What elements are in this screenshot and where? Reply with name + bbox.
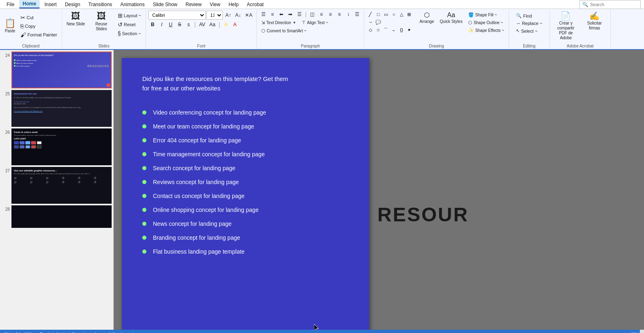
menu-acrobat[interactable]: Acrobat xyxy=(244,1,267,8)
shape-roundrect-icon[interactable]: ▭ xyxy=(382,11,390,18)
justify-button[interactable]: ≡ xyxy=(335,11,343,18)
increase-font-button[interactable]: A↑ xyxy=(224,11,233,19)
layout-button[interactable]: ⊞ Layout ~ xyxy=(116,11,144,20)
find-button[interactable]: 🔍 Find xyxy=(514,12,534,19)
slide-item-26[interactable]: 26 Fonts & colors used This presentation… xyxy=(2,128,112,165)
ribbon-group-acrobat: 📄 Crear y compartir PDF de Adobe ✍ Solic… xyxy=(550,10,611,49)
copy-button[interactable]: ⎘ Copy xyxy=(18,22,59,30)
shape-eq-icon[interactable]: {} xyxy=(398,26,405,34)
shape-heart-icon[interactable]: ◇ xyxy=(367,26,374,34)
line-spacing-button[interactable]: ↕ xyxy=(344,11,352,18)
shape-arrow-icon[interactable]: → xyxy=(367,18,374,26)
find-icon: 🔍 xyxy=(516,13,522,18)
convert-smartart-icon: ⬡ xyxy=(261,28,265,34)
align-right-button[interactable]: ≡ xyxy=(326,11,334,18)
align-center-button[interactable]: ≡ xyxy=(317,11,325,18)
slide-thumb-25[interactable]: Instructions for use In order to use thi… xyxy=(11,90,112,127)
slide-item-25[interactable]: 25 Instructions for use In order to use … xyxy=(2,90,112,127)
para-options-button[interactable]: ☰ xyxy=(353,11,361,18)
shadow-button[interactable]: s xyxy=(184,21,193,28)
create-pdf-button[interactable]: 📄 Crear y compartir PDF de Adobe xyxy=(552,11,579,42)
format-painter-button[interactable]: 🖌 Format Painter xyxy=(18,31,59,39)
slide-thumb-26[interactable]: Fonts & colors used This presentation ha… xyxy=(11,128,112,165)
shape-arc-icon[interactable]: ⌣ xyxy=(390,26,397,34)
menu-insert[interactable]: Insert xyxy=(41,1,60,8)
shape-line-icon[interactable]: ╱ xyxy=(367,11,374,18)
clear-format-button[interactable]: ✕A xyxy=(243,11,254,19)
shape-rect-icon[interactable]: □ xyxy=(375,11,382,18)
font-size-aa-button[interactable]: Aa xyxy=(208,21,217,28)
reuse-slides-icon: 🖼 xyxy=(97,12,106,21)
slide-thumb-28[interactable]: ... xyxy=(11,205,112,228)
shape-fill-button[interactable]: 🪣 Shape Fill ~ xyxy=(466,11,506,18)
shape-triangle-icon[interactable]: △ xyxy=(398,11,405,18)
slide-item-27[interactable]: 27 Use our editable graphic resources...… xyxy=(2,167,112,204)
font-size-selector[interactable]: 11 xyxy=(206,11,223,20)
strikethrough-button[interactable]: S xyxy=(175,21,184,28)
shape-more-icon[interactable]: ⊞ xyxy=(406,11,413,18)
decrease-font-button[interactable]: A↓ xyxy=(233,11,242,19)
list-item: Video conferencing concept for landing p… xyxy=(142,109,349,116)
search-input[interactable] xyxy=(590,2,631,7)
font-color-button[interactable]: A xyxy=(231,21,239,28)
numbering-button[interactable]: ≡ xyxy=(268,11,276,18)
menu-transitions[interactable]: Transitions xyxy=(85,1,115,8)
columns-button[interactable]: ☰ xyxy=(295,11,303,18)
replace-button[interactable]: ↔ Replace ~ xyxy=(514,20,544,27)
menu-view[interactable]: View xyxy=(206,1,224,8)
canvas-area: Did you like the resources on this templ… xyxy=(114,50,644,330)
list-item: Contact us concept for landing page xyxy=(142,193,349,199)
bold-button[interactable]: B xyxy=(148,21,157,28)
text-direction-button[interactable]: ⇲ Text Direction ▼ xyxy=(259,19,298,26)
section-button[interactable]: § Section ~ xyxy=(116,29,144,38)
shape-curved-icon[interactable]: ⌒ xyxy=(382,26,390,34)
char-spacing-button[interactable]: AV xyxy=(197,21,207,28)
slide-number-27: 27 xyxy=(2,167,10,173)
quick-styles-button[interactable]: Aa Quick Styles xyxy=(438,11,465,25)
shape-effects-button[interactable]: ✨ Shape Effects ~ xyxy=(466,27,506,34)
arrange-button[interactable]: ⬡ Arrange xyxy=(417,11,436,25)
highlight-color-button[interactable]: A xyxy=(222,21,230,28)
reset-button[interactable]: ↺ Reset xyxy=(116,20,144,29)
convert-smartart-button[interactable]: ⬡ Convert to SmartArt ~ xyxy=(259,27,308,34)
new-slide-button[interactable]: 🖼 New Slide xyxy=(65,11,87,28)
bullet-dot-4 xyxy=(142,152,146,156)
resources-partial-text: RESOUR xyxy=(377,203,469,226)
menu-review[interactable]: Review xyxy=(182,1,205,8)
menu-home[interactable]: Home xyxy=(19,0,39,9)
slide-thumb-24[interactable]: Did you like the resources on this templ… xyxy=(11,52,112,88)
text-direction-dropdown-icon: ▼ xyxy=(293,21,296,25)
cut-icon: ✂ xyxy=(20,14,25,21)
align-text-button[interactable]: ⊤ Align Text ~ xyxy=(300,19,330,26)
shape-callout-icon[interactable]: 💬 xyxy=(375,18,382,26)
paste-button[interactable]: 📋 Paste xyxy=(2,18,18,35)
right-partial-panel: RESOUR xyxy=(377,58,469,330)
align-left-button[interactable]: ◫ xyxy=(308,11,316,18)
reuse-slides-button[interactable]: 🖼 Reuse Slides xyxy=(88,11,115,33)
menu-file[interactable]: File xyxy=(3,1,18,8)
slide-thumb-27[interactable]: Use our editable graphic resources... Yo… xyxy=(11,167,112,204)
menu-animations[interactable]: Animations xyxy=(117,1,148,8)
cut-button[interactable]: ✂ Cut xyxy=(18,14,59,22)
select-button[interactable]: ↖ Select ~ xyxy=(514,27,539,34)
search-bar[interactable]: 🔍 xyxy=(579,0,641,9)
italic-button[interactable]: I xyxy=(157,21,166,28)
shape-star-icon[interactable]: ☆ xyxy=(375,26,382,34)
slide-item-24[interactable]: 24 Did you like the resources on this te… xyxy=(2,52,112,88)
ribbon-group-editing: 🔍 Find ↔ Replace ~ ↖ Select ~ Editing xyxy=(509,10,550,49)
decrease-indent-button[interactable]: ⬅ xyxy=(277,11,285,18)
menu-design[interactable]: Design xyxy=(62,1,83,8)
underline-button[interactable]: U xyxy=(166,21,175,28)
bullets-button[interactable]: ☰ xyxy=(259,11,267,18)
slide-number-26: 26 xyxy=(2,128,10,135)
request-signatures-button[interactable]: ✍ Solicitar firmas xyxy=(581,11,608,32)
shape-oval-icon[interactable]: ○ xyxy=(390,11,397,18)
slide-item-28[interactable]: 28 ... xyxy=(2,205,112,228)
shape-outline-button[interactable]: ⬡ Shape Outline ~ xyxy=(466,19,506,26)
menu-help[interactable]: Help xyxy=(225,1,242,8)
shape-special-icon[interactable]: ✦ xyxy=(406,26,413,34)
slide-number-24: 24 xyxy=(2,52,10,58)
increase-indent-button[interactable]: ➡ xyxy=(286,11,294,18)
menu-slideshow[interactable]: Slide Show xyxy=(150,1,181,8)
font-selector[interactable]: Calibri xyxy=(148,11,206,20)
